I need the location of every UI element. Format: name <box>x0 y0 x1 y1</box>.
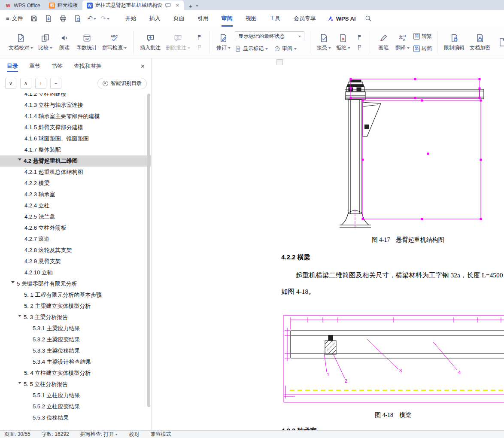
delete-comment-button[interactable]: 删除批注 <box>163 28 193 56</box>
toc-item[interactable]: 4.1.7 整体装配 <box>0 144 151 155</box>
sidebar-tab-bookmarks[interactable]: 书签 <box>52 58 63 74</box>
menu-reference[interactable]: 引用 <box>191 10 215 27</box>
toc-item[interactable]: 5. 2 主梁建立实体模型分析 <box>0 301 151 312</box>
sidebar-close-icon[interactable]: ✕ <box>140 63 145 70</box>
page-indicator[interactable]: 页面: 30/55 <box>4 431 30 438</box>
toc-item[interactable]: 5.5.3 位移结果 <box>0 412 151 423</box>
print-button[interactable] <box>58 14 68 23</box>
comment-bubble-icon[interactable] <box>165 2 171 9</box>
toc-item[interactable]: 4.2.2 横梁 <box>0 178 151 189</box>
expand-all-button[interactable]: ∨ <box>5 78 16 89</box>
search-button[interactable] <box>364 14 373 23</box>
toc-item[interactable]: 4.2.3 轴承室 <box>0 189 151 200</box>
translate-button[interactable]: 文A 翻译 <box>393 28 412 56</box>
expand-arrow-icon[interactable] <box>18 315 21 319</box>
toc-item[interactable]: 5.3.4 主梁设计检查结果 <box>0 356 151 368</box>
export-pdf-button[interactable] <box>44 14 53 23</box>
smart-toc-button[interactable]: 智能识别目录 <box>97 78 147 89</box>
new-tab-button[interactable]: + <box>186 1 195 10</box>
proofread-button[interactable]: 校对 <box>129 431 139 438</box>
compare-button[interactable]: 比较 <box>36 28 55 56</box>
word-count-button[interactable]: 12 字数统计 <box>74 28 100 56</box>
sidebar-tab-chapters[interactable]: 章节 <box>29 58 40 74</box>
markup-state-select[interactable]: 显示标记的最终状态 <box>235 31 304 41</box>
expand-arrow-icon[interactable] <box>18 158 21 162</box>
expand-arrow-icon[interactable] <box>11 281 15 285</box>
track-changes-button[interactable]: 修订 <box>214 28 233 56</box>
toc-item[interactable]: 4.1.3 立柱与轴承室连接 <box>0 100 151 111</box>
redo-dropdown-icon[interactable] <box>107 18 109 21</box>
toc-item[interactable]: 5.3.3 主梁位移结果 <box>0 345 151 356</box>
doc-proof-button[interactable]: 文档校对 <box>6 28 36 56</box>
wps-ai-button[interactable]: WPS AI <box>322 15 361 22</box>
toc-item[interactable]: 5.5.1 立柱应力结果 <box>0 390 151 401</box>
menu-membership[interactable]: 会员专享 <box>287 10 322 27</box>
toc-item[interactable]: 4.2.7 滚道 <box>0 234 151 245</box>
tab-docer-template[interactable]: 稻 稻壳模板 <box>45 0 82 10</box>
toc-item[interactable]: 4.1.5 斜臂支撑部分建模 <box>0 122 151 133</box>
next-comment-button[interactable] <box>194 44 204 51</box>
compat-mode-indicator[interactable]: 兼容模式 <box>150 431 171 438</box>
document-canvas[interactable]: 图 4-17 悬臂起重机结构图 4.2.2 横梁 起重机横梁二维简图及相关尺寸，… <box>152 58 504 430</box>
file-menu-button[interactable]: ≡ 文件 <box>0 10 27 27</box>
spell-check-button[interactable]: ABC 拼写检查 <box>100 28 129 56</box>
undo-button[interactable]: ↶ <box>88 15 97 22</box>
accept-button[interactable]: 接受 <box>314 28 334 56</box>
traditional-to-simplified-button[interactable]: 繁 转简 <box>413 44 432 53</box>
toc-item[interactable]: 5.3.1 主梁应力结果 <box>0 323 151 334</box>
menu-view[interactable]: 视图 <box>239 10 263 27</box>
zoom-in-button[interactable]: + <box>35 78 46 89</box>
sidebar-tab-contents[interactable]: 目录 <box>7 58 18 74</box>
restrict-editing-button[interactable]: 限制编辑 <box>441 28 467 56</box>
toc-item[interactable]: 5. 5 立柱分析报告 <box>0 379 151 390</box>
save-button[interactable] <box>29 14 39 23</box>
toc-item[interactable]: 4.2.5 法兰盘 <box>0 211 151 222</box>
show-markup-button[interactable]: 显示标记 <box>235 44 268 53</box>
sidebar-scrollbar[interactable] <box>147 94 150 407</box>
toc-item[interactable]: 4.2.8 滚轮及其支架 <box>0 245 151 256</box>
undo-dropdown-icon[interactable] <box>94 18 96 21</box>
toc-item[interactable]: 4.2.9 悬臂支架 <box>0 256 151 267</box>
toc-item[interactable]: 5.5.2 立柱应变结果 <box>0 401 151 412</box>
previous-revision-button[interactable] <box>354 33 364 41</box>
toc-item[interactable]: 4.2.6 立柱外筋板 <box>0 222 151 234</box>
toc-item[interactable]: 5. 1 工程有限元分析的基本步骤 <box>0 289 151 301</box>
menu-home[interactable]: 开始 <box>119 10 143 27</box>
zoom-out-button[interactable]: − <box>50 78 61 89</box>
tab-wps-office[interactable]: W WPS Office <box>1 0 45 10</box>
expand-arrow-icon[interactable] <box>18 382 21 386</box>
sidebar-tab-find-replace[interactable]: 查找和替换 <box>74 58 102 74</box>
read-aloud-button[interactable]: 朗读 <box>55 28 74 56</box>
redo-button[interactable]: ↷ <box>100 15 109 22</box>
toc-item[interactable]: 4.1.4 轴承室主要零部件的建模 <box>0 111 151 122</box>
clipped-ribbon-button[interactable] <box>493 28 504 56</box>
spell-check-toggle[interactable]: 拼写检查: 打开 <box>80 431 118 438</box>
encrypt-document-button[interactable]: 文档加密 <box>467 28 493 56</box>
tab-list-dropdown-icon[interactable] <box>196 5 198 8</box>
toc-item[interactable]: 5. 4 立柱建立实体模型分析 <box>0 368 151 379</box>
pen-button[interactable]: 画笔 <box>374 28 393 56</box>
toc-item[interactable]: 4.2.4 立柱 <box>0 200 151 211</box>
toc-item[interactable]: 4.1.6 球面垫圈、锥面垫圈 <box>0 133 151 144</box>
review-mode-button[interactable]: 审阅 <box>274 44 297 53</box>
close-tab-icon[interactable]: ✕ <box>176 3 179 8</box>
print-preview-button[interactable] <box>73 14 82 23</box>
menu-tools[interactable]: 工具 <box>263 10 287 27</box>
insert-comment-button[interactable]: 插入批注 <box>137 28 163 56</box>
toc-item[interactable]: 5 关键零部件有限元分析 <box>0 278 151 289</box>
figure-beam-drawing[interactable]: 1 2 3 4 <box>282 310 504 407</box>
toc-item[interactable]: 4.2.10 立轴 <box>0 267 151 278</box>
next-revision-button[interactable] <box>354 44 364 51</box>
menu-page[interactable]: 页面 <box>167 10 191 27</box>
word-count-indicator[interactable]: 字数: 16292 <box>42 431 69 438</box>
figure-crane-structure[interactable] <box>328 76 487 230</box>
toc-item[interactable]: 5. 3 主梁分析报告 <box>0 312 151 323</box>
tab-current-document[interactable]: W 定柱式悬臂起重机机械结构设 ✕ <box>82 0 184 10</box>
previous-comment-button[interactable] <box>194 33 204 41</box>
ruler-corner-icon[interactable] <box>276 59 283 65</box>
toc-item[interactable]: 4.2.1 起重机总体结构图 <box>0 167 151 178</box>
menu-review[interactable]: 审阅 <box>215 10 239 27</box>
toc-item[interactable]: 4.1.2 立柱的建模 <box>0 93 151 100</box>
collapse-all-button[interactable]: ∧ <box>20 78 31 89</box>
menu-insert[interactable]: 插入 <box>143 10 167 27</box>
